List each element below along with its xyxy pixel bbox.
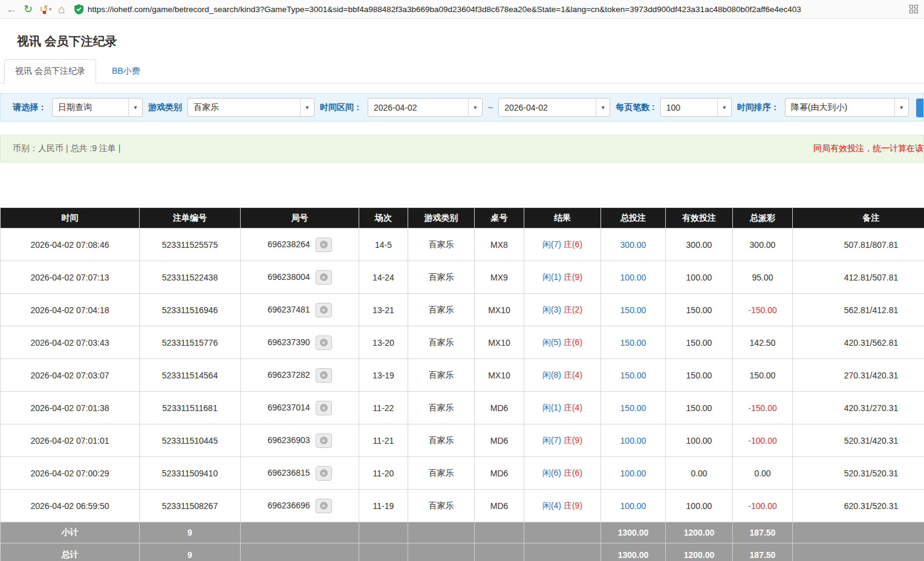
refresh-icon[interactable]: ↻ bbox=[24, 4, 33, 15]
cell-time: 2026-04-02 07:03:43 bbox=[1, 326, 140, 359]
cell-note: 520.31/420.31 bbox=[793, 424, 924, 457]
cell-total-bet[interactable]: 100.00 bbox=[601, 490, 666, 522]
date-to-select[interactable]: 2026-04-02 ▾ bbox=[498, 98, 610, 117]
chevron-down-icon[interactable]: ▾ bbox=[717, 99, 731, 116]
back-icon[interactable]: ← bbox=[6, 4, 17, 15]
cell-total-bet[interactable]: 100.00 bbox=[601, 424, 666, 457]
video-replay-icon[interactable] bbox=[316, 303, 332, 317]
cell-total-bet[interactable]: 100.00 bbox=[601, 457, 666, 490]
video-replay-icon[interactable] bbox=[316, 270, 332, 285]
video-replay-icon[interactable] bbox=[316, 466, 332, 481]
cell-time: 2026-04-02 07:00:29 bbox=[1, 457, 140, 490]
cell-table-code: MD6 bbox=[475, 457, 524, 490]
result-player: 闲(7) bbox=[542, 239, 561, 249]
total-count: 9 bbox=[140, 543, 241, 561]
cell-session: 13-19 bbox=[359, 359, 408, 392]
chevron-down-icon[interactable]: ▾ bbox=[894, 99, 908, 116]
cell-session: 14-24 bbox=[359, 261, 408, 294]
video-replay-icon[interactable] bbox=[316, 499, 332, 513]
filter-bar: 请选择： 日期查询 ▾ 游戏类别 百家乐 ▾ 时间区间： 2026-04-02 … bbox=[0, 93, 924, 122]
cell-table-code: MX10 bbox=[475, 359, 524, 392]
cell-round-id: 696236696 bbox=[241, 490, 359, 522]
chevron-down-icon[interactable]: ▾ bbox=[468, 99, 482, 116]
search-button[interactable] bbox=[916, 99, 923, 117]
column-header: 局号 bbox=[241, 208, 359, 229]
cell-table-code: MD6 bbox=[475, 392, 524, 424]
cell-payout: 95.00 bbox=[733, 261, 793, 294]
video-replay-icon[interactable] bbox=[316, 336, 332, 350]
undo-control[interactable]: ↺ ▾ bbox=[39, 4, 51, 15]
result-player: 闲(3) bbox=[542, 305, 561, 314]
bet-row: 2026-04-02 07:00:29523311509410696236815… bbox=[1, 457, 924, 490]
date-from-select[interactable]: 2026-04-02 ▾ bbox=[368, 98, 483, 117]
cell-total-bet[interactable]: 150.00 bbox=[601, 359, 666, 392]
cell-total-bet[interactable]: 300.00 bbox=[601, 229, 666, 261]
tab-bb-tips[interactable]: BB小费 bbox=[96, 60, 156, 83]
video-replay-icon[interactable] bbox=[316, 401, 332, 415]
cell-time: 2026-04-02 07:08:46 bbox=[1, 229, 140, 261]
cell-total-bet[interactable]: 150.00 bbox=[601, 294, 666, 326]
cell-valid-bet: 150.00 bbox=[666, 359, 733, 392]
per-page-select[interactable]: 100 ▾ bbox=[660, 98, 732, 117]
tab-bet-records[interactable]: 视讯 会员下注纪录 bbox=[4, 59, 96, 83]
cell-session: 13-21 bbox=[359, 294, 408, 326]
cell-total-bet[interactable]: 150.00 bbox=[601, 326, 666, 359]
round-id-text: 696237014 bbox=[267, 402, 310, 412]
column-header: 注单编号 bbox=[140, 208, 241, 229]
column-header: 有效投注 bbox=[666, 208, 733, 229]
page-title: 视讯 会员下注纪录 bbox=[17, 33, 924, 50]
cell-result: 闲(5) 庄(6) bbox=[524, 326, 601, 359]
cell-valid-bet: 300.00 bbox=[666, 229, 733, 261]
cell-round-id: 696238264 bbox=[241, 229, 359, 261]
total-total-bet: 1300.00 bbox=[601, 543, 666, 561]
bet-table-body: 2026-04-02 07:08:46523311525575696238264… bbox=[1, 229, 924, 522]
cell-time: 2026-04-02 06:59:50 bbox=[1, 490, 140, 522]
bet-row: 2026-04-02 06:59:50523311508267696236696… bbox=[1, 490, 924, 522]
url-text[interactable]: https://iohetf.com/game/betrecord_search… bbox=[88, 5, 801, 14]
subtotal-label: 小计 bbox=[1, 522, 140, 543]
result-banker: 庄(4) bbox=[564, 403, 582, 412]
cell-table-code: MX8 bbox=[475, 229, 524, 261]
result-banker: 庄(6) bbox=[564, 468, 582, 478]
extension-grid-icon[interactable] bbox=[909, 5, 918, 13]
cell-game-type: 百家乐 bbox=[408, 359, 475, 392]
cell-note: 412.81/507.81 bbox=[793, 261, 924, 294]
bet-row: 2026-04-02 07:08:46523311525575696238264… bbox=[1, 229, 924, 261]
cell-table-code: MX9 bbox=[475, 261, 524, 294]
cell-session: 11-22 bbox=[359, 392, 408, 424]
sort-select[interactable]: 降幂(由大到小) ▾ bbox=[785, 98, 909, 117]
cell-total-bet[interactable]: 150.00 bbox=[601, 392, 666, 424]
query-type-select[interactable]: 日期查询 ▾ bbox=[52, 98, 143, 117]
empty-cell bbox=[475, 522, 524, 543]
video-replay-icon[interactable] bbox=[316, 433, 332, 448]
cell-note: 562.81/412.81 bbox=[793, 294, 924, 326]
undo-badge bbox=[43, 11, 46, 14]
cell-total-bet[interactable]: 100.00 bbox=[601, 261, 666, 294]
result-banker: 庄(6) bbox=[564, 337, 582, 347]
chevron-down-icon[interactable]: ▾ bbox=[300, 99, 314, 116]
home-icon[interactable]: ⌂ bbox=[58, 4, 65, 15]
round-id-text: 696238004 bbox=[267, 271, 310, 281]
game-type-select[interactable]: 百家乐 ▾ bbox=[187, 98, 314, 117]
round-id-text: 696236815 bbox=[267, 467, 310, 477]
video-replay-icon[interactable] bbox=[316, 238, 332, 252]
video-replay-icon[interactable] bbox=[316, 368, 332, 383]
address-bar[interactable]: https://iohetf.com/game/betrecord_search… bbox=[74, 4, 898, 15]
round-id-text: 696236903 bbox=[267, 435, 310, 444]
cell-bet-id: 523311522438 bbox=[140, 261, 241, 294]
chevron-down-icon[interactable]: ▾ bbox=[49, 7, 51, 12]
chevron-down-icon[interactable]: ▾ bbox=[596, 99, 610, 116]
game-type-label: 游戏类别 bbox=[148, 102, 182, 113]
cell-note: 420.31/270.31 bbox=[793, 392, 924, 424]
shield-icon bbox=[74, 4, 83, 15]
chevron-down-icon[interactable]: ▾ bbox=[128, 99, 142, 116]
cell-session: 11-20 bbox=[359, 457, 408, 490]
cell-result: 闲(7) 庄(9) bbox=[524, 424, 601, 457]
cell-note: 270.31/420.31 bbox=[793, 359, 924, 392]
cell-table-code: MD6 bbox=[475, 490, 524, 522]
cell-note: 620.31/520.31 bbox=[793, 490, 924, 522]
result-banker: 庄(9) bbox=[564, 435, 582, 445]
cell-game-type: 百家乐 bbox=[408, 326, 475, 359]
cell-valid-bet: 100.00 bbox=[666, 424, 733, 457]
result-player: 闲(4) bbox=[542, 501, 561, 510]
